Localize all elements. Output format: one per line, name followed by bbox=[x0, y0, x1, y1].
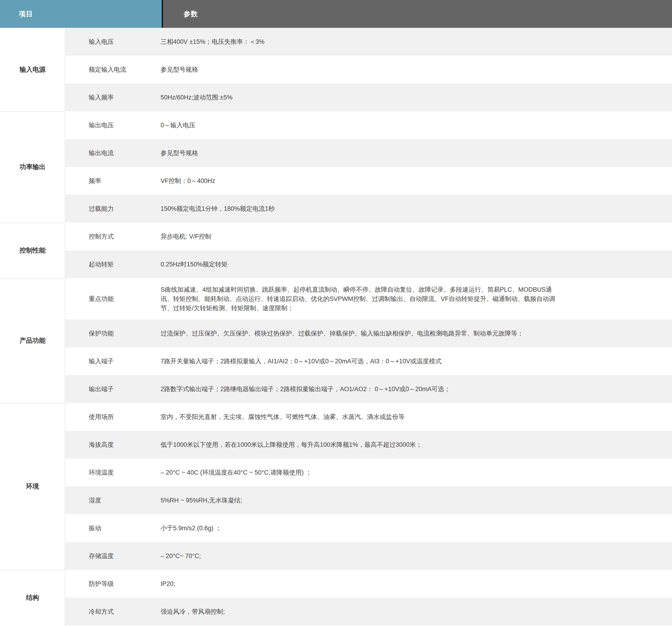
column-header-param: 参数 bbox=[163, 0, 672, 28]
row-label: 保护功能 bbox=[65, 329, 161, 338]
table-body: 输入电源输入电压三相400V ±15%；电压失衡率：＜3%额定输入电流参见型号规… bbox=[0, 28, 672, 626]
row-value: 参见型号规格 bbox=[161, 142, 597, 164]
row-value: 异步电机: V/F控制 bbox=[161, 225, 597, 248]
group-label: 功率输出 bbox=[0, 111, 65, 223]
row-value: – 20°C~ 70°C; bbox=[161, 544, 597, 567]
group-rows: 输出电压0～输入电压输出电流参见型号规格频率VF控制：0～400Hz过载能力15… bbox=[65, 111, 672, 223]
row-value: 强迫风冷，带风扇控制; bbox=[161, 600, 597, 623]
table-row: 保护功能过流保护、过压保护、欠压保护、模块过热保护、过载保护、掉载保护、输入输出… bbox=[65, 320, 672, 347]
group-label: 产品功能 bbox=[0, 278, 65, 403]
row-label: 存储温度 bbox=[65, 551, 161, 561]
table-row: 输出端子2路数字式输出端子；2路继电器输出端子；2路模拟量输出端子，AO1/AO… bbox=[65, 375, 672, 403]
row-label: 输入电压 bbox=[65, 37, 161, 46]
row-label: 起动转矩 bbox=[65, 260, 161, 269]
table-row: 振动小于5.9m/s2 (0.6g) ； bbox=[65, 514, 672, 542]
group-rows: 控制方式异步电机: V/F控制起动转矩0.25Hz时150%额定转矩 bbox=[65, 223, 672, 278]
row-label: 重点功能 bbox=[65, 294, 161, 303]
table-row: 过载能力150%额定电流1分钟，180%额定电流1秒 bbox=[65, 195, 672, 223]
group-rows: 重点功能S曲线加减速、4组加减速时间切换、跳跃频率、起停机直流制动、瞬停不停、故… bbox=[65, 278, 672, 403]
row-label: 输出电流 bbox=[65, 148, 161, 158]
row-value: 7路开关量输入端子；2路模拟量输入，AI1/AI2：0～+10V或0～20mA可… bbox=[161, 350, 597, 373]
row-label: 冷却方式 bbox=[65, 607, 161, 616]
column-header-param-label: 参数 bbox=[184, 9, 198, 19]
table-row: 重点功能S曲线加减速、4组加减速时间切换、跳跃频率、起停机直流制动、瞬停不停、故… bbox=[65, 278, 672, 320]
table-row: 冷却方式强迫风冷，带风扇控制; bbox=[65, 598, 672, 626]
table-row: 额定输入电流参见型号规格 bbox=[65, 56, 672, 84]
row-value: 三相400V ±15%；电压失衡率：＜3% bbox=[161, 30, 597, 53]
table-row: 防护等级IP20; bbox=[65, 570, 672, 598]
table-row: 控制方式异步电机: V/F控制 bbox=[65, 223, 672, 250]
table-row: 输入频率50Hz/60Hz;波动范围:±5% bbox=[65, 84, 672, 111]
row-label: 输入频率 bbox=[65, 93, 161, 102]
table-row: 输入端子7路开关量输入端子；2路模拟量输入，AI1/AI2：0～+10V或0～2… bbox=[65, 347, 672, 375]
row-value: S曲线加减速、4组加减速时间切换、跳跃频率、起停机直流制动、瞬停不停、故障自动复… bbox=[161, 278, 597, 320]
table-row: 频率VF控制：0～400Hz bbox=[65, 167, 672, 195]
table-row: 海拔高度低于1000米以下使用，若在1000米以上降额使用，每升高100米降额1… bbox=[65, 431, 672, 459]
table-row: 使用场所室内，不受阳光直射，无尘埃、腐蚀性气体、可燃性气体、油雾、水蒸汽、滴水或… bbox=[65, 403, 672, 431]
table-header-row: 项目 参数 bbox=[0, 0, 672, 28]
row-label: 防护等级 bbox=[65, 579, 161, 588]
group-rows: 输入电压三相400V ±15%；电压失衡率：＜3%额定输入电流参见型号规格输入频… bbox=[65, 28, 672, 111]
row-value: 过流保护、过压保护、欠压保护、模块过热保护、过载保护、掉载保护、输入输出缺相保护… bbox=[161, 322, 597, 345]
row-value: 室内，不受阳光直射，无尘埃、腐蚀性气体、可燃性气体、油雾、水蒸汽、滴水或盐份等 bbox=[161, 405, 597, 428]
group-label: 结构 bbox=[0, 570, 65, 626]
spec-group: 产品功能重点功能S曲线加减速、4组加减速时间切换、跳跃频率、起停机直流制动、瞬停… bbox=[0, 278, 672, 403]
row-label: 输出端子 bbox=[65, 385, 161, 394]
row-label: 频率 bbox=[65, 176, 161, 185]
spec-group: 结构防护等级IP20;冷却方式强迫风冷，带风扇控制; bbox=[0, 570, 672, 626]
row-value: 50Hz/60Hz;波动范围:±5% bbox=[161, 86, 597, 109]
row-value: 5%RH ~ 95%RH,无水珠凝结; bbox=[161, 489, 597, 512]
row-label: 输出电压 bbox=[65, 120, 161, 130]
row-label: 输入端子 bbox=[65, 356, 161, 366]
group-label: 控制性能 bbox=[0, 223, 65, 278]
table-row: 环境温度– 20°C ~ 40C (环境温度在40°C ~ 50°C,请降额使用… bbox=[65, 459, 672, 486]
row-label: 湿度 bbox=[65, 496, 161, 505]
table-row: 起动转矩0.25Hz时150%额定转矩 bbox=[65, 250, 672, 278]
row-value: – 20°C ~ 40C (环境温度在40°C ~ 50°C,请降额使用) ； bbox=[161, 461, 597, 484]
row-value: 参见型号规格 bbox=[161, 58, 597, 81]
row-value: 2路数字式输出端子；2路继电器输出端子；2路模拟量输出端子，AO1/AO2： 0… bbox=[161, 378, 597, 400]
row-label: 额定输入电流 bbox=[65, 65, 161, 74]
row-value: 0.25Hz时150%额定转矩 bbox=[161, 253, 597, 276]
row-label: 控制方式 bbox=[65, 232, 161, 241]
spec-table: 项目 参数 输入电源输入电压三相400V ±15%；电压失衡率：＜3%额定输入电… bbox=[0, 0, 672, 626]
group-label: 环境 bbox=[0, 403, 65, 570]
table-row: 湿度5%RH ~ 95%RH,无水珠凝结; bbox=[65, 486, 672, 514]
group-rows: 使用场所室内，不受阳光直射，无尘埃、腐蚀性气体、可燃性气体、油雾、水蒸汽、滴水或… bbox=[65, 403, 672, 570]
row-label: 过载能力 bbox=[65, 204, 161, 213]
spec-group: 环境使用场所室内，不受阳光直射，无尘埃、腐蚀性气体、可燃性气体、油雾、水蒸汽、滴… bbox=[0, 403, 672, 570]
spec-group: 输入电源输入电压三相400V ±15%；电压失衡率：＜3%额定输入电流参见型号规… bbox=[0, 28, 672, 111]
row-value: 低于1000米以下使用，若在1000米以上降额使用，每升高100米降额1%，最高… bbox=[161, 433, 597, 456]
column-header-item-label: 项目 bbox=[19, 9, 33, 19]
spec-group: 控制性能控制方式异步电机: V/F控制起动转矩0.25Hz时150%额定转矩 bbox=[0, 223, 672, 278]
table-row: 输出电流参见型号规格 bbox=[65, 139, 672, 167]
row-value: VF控制：0～400Hz bbox=[161, 169, 597, 192]
row-value: 小于5.9m/s2 (0.6g) ； bbox=[161, 517, 597, 539]
column-header-item: 项目 bbox=[0, 0, 162, 28]
row-label: 环境温度 bbox=[65, 468, 161, 477]
row-value: 150%额定电流1分钟，180%额定电流1秒 bbox=[161, 197, 597, 220]
spec-group: 功率输出输出电压0～输入电压输出电流参见型号规格频率VF控制：0～400Hz过载… bbox=[0, 111, 672, 223]
table-row: 输入电压三相400V ±15%；电压失衡率：＜3% bbox=[65, 28, 672, 56]
table-row: 存储温度– 20°C~ 70°C; bbox=[65, 542, 672, 570]
row-value: IP20; bbox=[161, 573, 597, 595]
table-row: 输出电压0～输入电压 bbox=[65, 111, 672, 139]
row-value: 0～输入电压 bbox=[161, 114, 597, 137]
row-label: 振动 bbox=[65, 524, 161, 533]
group-rows: 防护等级IP20;冷却方式强迫风冷，带风扇控制; bbox=[65, 570, 672, 626]
group-label: 输入电源 bbox=[0, 28, 65, 111]
row-label: 使用场所 bbox=[65, 412, 161, 421]
row-label: 海拔高度 bbox=[65, 440, 161, 449]
